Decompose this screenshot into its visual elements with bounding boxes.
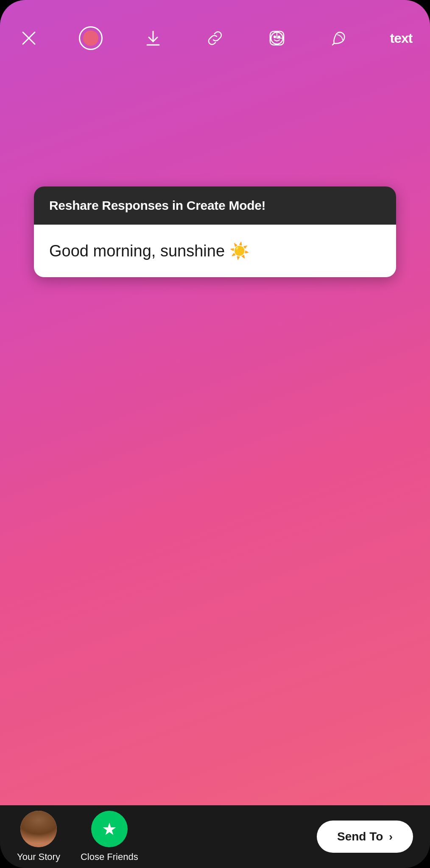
download-button[interactable] <box>141 26 165 50</box>
your-story-label: Your Story <box>17 851 60 862</box>
link-button[interactable] <box>203 26 227 50</box>
record-button[interactable] <box>79 26 103 50</box>
send-to-label: Send To <box>337 830 383 843</box>
close-friends-option[interactable]: ★ Close Friends <box>81 811 138 862</box>
send-to-button[interactable]: Send To › <box>317 821 413 853</box>
sticker-button[interactable] <box>265 26 289 50</box>
card-body: Good morning, sunshine ☀️ <box>34 225 396 277</box>
avatar <box>20 811 57 847</box>
your-story-option[interactable]: Your Story <box>17 811 60 862</box>
svg-point-6 <box>274 36 276 38</box>
card-header: Reshare Responses in Create Mode! <box>34 186 396 225</box>
close-friends-button[interactable]: ★ <box>91 811 128 847</box>
svg-point-7 <box>278 36 280 38</box>
avatar-face <box>20 811 57 847</box>
text-icon: text <box>390 31 413 46</box>
card-body-text: Good morning, sunshine ☀️ <box>49 242 249 260</box>
close-friends-label: Close Friends <box>81 851 138 862</box>
reshare-card[interactable]: Reshare Responses in Create Mode! Good m… <box>34 186 396 277</box>
bottom-bar: Your Story ★ Close Friends Send To › <box>0 805 430 868</box>
text-button[interactable]: text <box>389 26 413 50</box>
story-canvas: text Reshare Responses in Create Mode! G… <box>0 0 430 805</box>
record-inner <box>83 31 98 46</box>
star-icon: ★ <box>102 819 117 839</box>
avatar-hair <box>20 811 57 847</box>
card-header-text: Reshare Responses in Create Mode! <box>49 198 265 212</box>
chevron-right-icon: › <box>389 830 393 843</box>
toolbar: text <box>0 0 430 59</box>
phone-frame: text Reshare Responses in Create Mode! G… <box>0 0 430 868</box>
draw-button[interactable] <box>327 26 351 50</box>
close-button[interactable] <box>17 26 41 50</box>
